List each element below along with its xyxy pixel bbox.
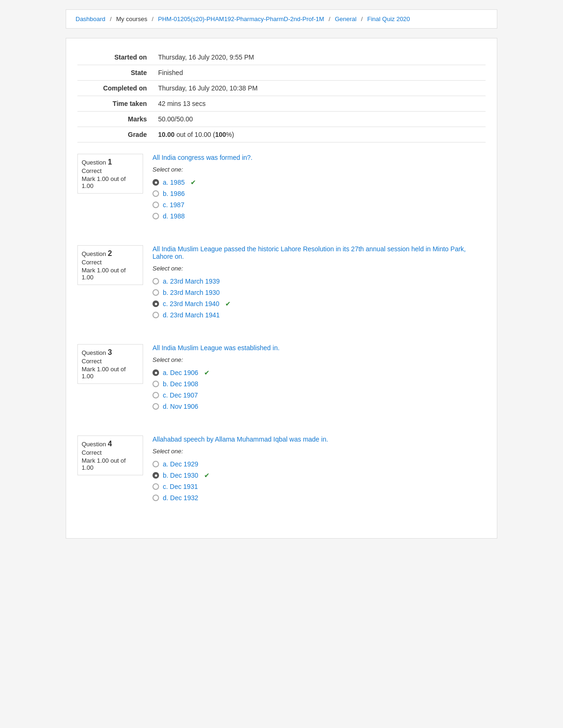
option-label-2-d: d. 23rd March 1941 bbox=[163, 311, 220, 319]
question-text-3: All India Muslim League was established … bbox=[152, 344, 486, 352]
summary-started-row: Started on Thursday, 16 July 2020, 9:55 … bbox=[77, 50, 486, 65]
radio-2-a bbox=[152, 278, 159, 285]
option-label-4-d: d. Dec 1932 bbox=[163, 494, 198, 502]
question-body-4: Allahabad speech by Allama Muhammad Iqba… bbox=[152, 435, 486, 503]
question-block-1: Question 1 Correct Mark 1.00 out of 1.00… bbox=[77, 154, 486, 231]
option-label-3-a: a. Dec 1906 bbox=[163, 369, 198, 376]
option-3-c: c. Dec 1907 bbox=[152, 390, 486, 401]
radio-1-b bbox=[152, 190, 159, 197]
option-label-1-b: b. 1986 bbox=[163, 190, 185, 197]
option-label-1-d: d. 1988 bbox=[163, 212, 185, 220]
question-block-2: Question 2 Correct Mark 1.00 out of 1.00… bbox=[77, 245, 486, 330]
question-label: Question 4 bbox=[82, 440, 139, 448]
state-label: State bbox=[77, 65, 152, 81]
option-4-d: d. Dec 1932 bbox=[152, 492, 486, 503]
breadcrumb-sep-4: / bbox=[361, 15, 365, 23]
breadcrumb-sep-2: / bbox=[152, 15, 155, 23]
summary-grade-row: Grade 10.00 out of 10.00 (100%) bbox=[77, 127, 486, 143]
option-label-2-c: c. 23rd March 1940 bbox=[163, 300, 220, 308]
grade-percent: 100 bbox=[215, 131, 226, 138]
completed-on-label: Completed on bbox=[77, 81, 152, 96]
main-content: Started on Thursday, 16 July 2020, 9:55 … bbox=[66, 38, 497, 539]
radio-4-c bbox=[152, 483, 159, 490]
radio-3-c bbox=[152, 392, 159, 398]
radio-2-d bbox=[152, 312, 159, 318]
question-text-1: All India congress was formed in?. bbox=[152, 154, 486, 161]
radio-3-b bbox=[152, 381, 159, 387]
option-4-c: c. Dec 1931 bbox=[152, 481, 486, 492]
question-label: Question 2 bbox=[82, 249, 139, 258]
question-status: Correct bbox=[82, 358, 139, 365]
option-3-a: a. Dec 1906✔ bbox=[152, 367, 486, 378]
option-2-d: d. 23rd March 1941 bbox=[152, 309, 486, 321]
question-sidebar-2: Question 2 Correct Mark 1.00 out of 1.00 bbox=[77, 245, 143, 285]
questions-container: Question 1 Correct Mark 1.00 out of 1.00… bbox=[77, 154, 486, 513]
option-label-3-b: b. Dec 1908 bbox=[163, 380, 198, 388]
radio-3-a bbox=[152, 369, 159, 376]
breadcrumb-dashboard[interactable]: Dashboard bbox=[76, 15, 106, 23]
select-one-label-2: Select one: bbox=[152, 265, 486, 272]
question-label: Question 1 bbox=[82, 158, 139, 166]
question-sidebar-4: Question 4 Correct Mark 1.00 out of 1.00 bbox=[77, 435, 143, 475]
summary-state-row: State Finished bbox=[77, 65, 486, 81]
completed-on-value: Thursday, 16 July 2020, 10:38 PM bbox=[152, 81, 486, 96]
option-label-2-b: b. 23rd March 1930 bbox=[163, 289, 220, 296]
grade-end: %) bbox=[226, 131, 234, 138]
option-label-3-c: c. Dec 1907 bbox=[163, 391, 198, 399]
started-on-value: Thursday, 16 July 2020, 9:55 PM bbox=[152, 50, 486, 65]
breadcrumb-quiz[interactable]: Final Quiz 2020 bbox=[367, 15, 410, 23]
question-sidebar-1: Question 1 Correct Mark 1.00 out of 1.00 bbox=[77, 154, 143, 194]
summary-marks-row: Marks 50.00/50.00 bbox=[77, 112, 486, 127]
question-mark: Mark 1.00 out of 1.00 bbox=[82, 267, 139, 281]
summary-table: Started on Thursday, 16 July 2020, 9:55 … bbox=[77, 50, 486, 143]
question-body-1: All India congress was formed in?.Select… bbox=[152, 154, 486, 222]
breadcrumb-general[interactable]: General bbox=[335, 15, 357, 23]
started-on-label: Started on bbox=[77, 50, 152, 65]
option-1-b: b. 1986 bbox=[152, 188, 486, 199]
breadcrumb: Dashboard / My courses / PHM-01205(s20)-… bbox=[66, 9, 497, 29]
radio-3-d bbox=[152, 403, 159, 410]
option-label-1-c: c. 1987 bbox=[163, 201, 184, 209]
grade-suffix: out of 10.00 ( bbox=[175, 131, 215, 138]
checkmark-4-b: ✔ bbox=[204, 472, 210, 479]
options-list-4: a. Dec 1929b. Dec 1930✔c. Dec 1931d. Dec… bbox=[152, 458, 486, 503]
question-body-3: All India Muslim League was established … bbox=[152, 344, 486, 412]
option-label-3-d: d. Nov 1906 bbox=[163, 403, 198, 410]
breadcrumb-sep-1: / bbox=[110, 15, 113, 23]
question-mark: Mark 1.00 out of 1.00 bbox=[82, 175, 139, 189]
select-one-label-4: Select one: bbox=[152, 448, 486, 455]
option-label-4-b: b. Dec 1930 bbox=[163, 472, 198, 479]
radio-4-a bbox=[152, 461, 159, 467]
question-block-3: Question 3 Correct Mark 1.00 out of 1.00… bbox=[77, 344, 486, 421]
option-1-d: d. 1988 bbox=[152, 210, 486, 222]
question-status: Correct bbox=[82, 449, 139, 456]
options-list-1: a. 1985✔b. 1986c. 1987d. 1988 bbox=[152, 177, 486, 222]
breadcrumb-course[interactable]: PHM-01205(s20)-PHAM192-Pharmacy-PharmD-2… bbox=[158, 15, 324, 23]
option-3-b: b. Dec 1908 bbox=[152, 378, 486, 390]
radio-2-c bbox=[152, 300, 159, 307]
option-1-c: c. 1987 bbox=[152, 199, 486, 210]
option-2-c: c. 23rd March 1940✔ bbox=[152, 298, 486, 309]
option-2-b: b. 23rd March 1930 bbox=[152, 287, 486, 298]
option-label-4-c: c. Dec 1931 bbox=[163, 483, 198, 490]
radio-4-b bbox=[152, 472, 159, 479]
grade-label: Grade bbox=[77, 127, 152, 143]
question-label: Question 3 bbox=[82, 348, 139, 357]
option-4-b: b. Dec 1930✔ bbox=[152, 470, 486, 481]
question-block-4: Question 4 Correct Mark 1.00 out of 1.00… bbox=[77, 435, 486, 513]
select-one-label-3: Select one: bbox=[152, 356, 486, 363]
option-2-a: a. 23rd March 1939 bbox=[152, 276, 486, 287]
option-4-a: a. Dec 1929 bbox=[152, 458, 486, 470]
grade-number: 10.00 bbox=[158, 131, 175, 138]
summary-time-row: Time taken 42 mins 13 secs bbox=[77, 96, 486, 112]
radio-1-d bbox=[152, 213, 159, 219]
question-sidebar-3: Question 3 Correct Mark 1.00 out of 1.00 bbox=[77, 344, 143, 384]
question-mark: Mark 1.00 out of 1.00 bbox=[82, 366, 139, 380]
grade-value: 10.00 out of 10.00 (100%) bbox=[152, 127, 486, 143]
question-text-2: All India Muslim League passed the histo… bbox=[152, 245, 486, 260]
options-list-3: a. Dec 1906✔b. Dec 1908c. Dec 1907d. Nov… bbox=[152, 367, 486, 412]
question-status: Correct bbox=[82, 167, 139, 174]
option-3-d: d. Nov 1906 bbox=[152, 401, 486, 412]
option-label-2-a: a. 23rd March 1939 bbox=[163, 278, 220, 285]
checkmark-1-a: ✔ bbox=[190, 179, 196, 186]
